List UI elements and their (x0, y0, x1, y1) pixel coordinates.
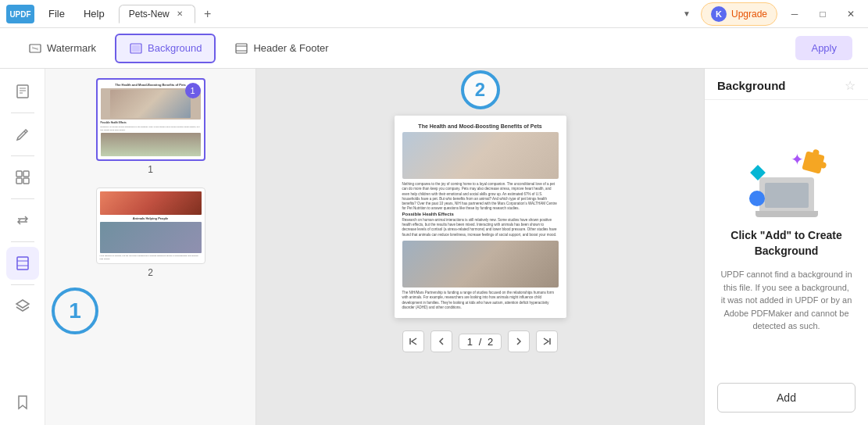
svg-rect-7 (236, 44, 247, 53)
next-page-button[interactable] (508, 330, 530, 352)
prev-page-button[interactable] (430, 330, 452, 352)
titlebar-right: ▼ K Upgrade ─ □ ✕ (679, 2, 862, 26)
last-page-button[interactable] (536, 330, 558, 352)
header-footer-label: Header & Footer (253, 42, 328, 54)
thumbnail-2[interactable]: Animals Helping People More research is … (96, 188, 205, 264)
sidebar-item-layers[interactable] (6, 290, 39, 323)
toolbar: Watermark Background Header & Footer App… (0, 28, 868, 69)
apply-button[interactable]: Apply (795, 36, 852, 60)
total-pages: 2 (488, 336, 493, 348)
thumbnail-1-label: 1 (148, 164, 153, 175)
section-1-text: Research on human-animal interactions is… (402, 218, 559, 238)
click-add-text: Click "Add" to Create Background (720, 228, 852, 259)
page-navigation: 1 / 2 (402, 324, 558, 365)
close-button[interactable]: ✕ (840, 3, 862, 25)
click-add-description: UPDF cannot find a background in this fi… (720, 268, 852, 333)
tabs-dropdown[interactable]: ▼ (679, 6, 695, 22)
right-panel: Background ☆ ✦ (704, 69, 868, 425)
background-icon (129, 41, 143, 55)
thumbnail-2-label: 2 (148, 267, 153, 278)
sidebar-item-edit[interactable] (6, 118, 39, 151)
background-button[interactable]: Background (115, 34, 216, 63)
watermark-icon (28, 41, 42, 55)
page-indicator: 1 / 2 (459, 334, 502, 350)
current-page: 1 (467, 336, 473, 348)
svg-rect-18 (23, 178, 29, 184)
thumbnail-1-wrapper: 1 The Health and Mood-Boosting Benefits … (52, 78, 249, 175)
watermark-label: Watermark (47, 42, 96, 54)
sidebar-item-bookmark[interactable] (6, 386, 39, 419)
sidebar-divider-5 (11, 284, 34, 285)
sidebar-item-organize[interactable] (6, 161, 39, 194)
file-menu[interactable]: File (41, 5, 73, 23)
right-panel-title: Background (717, 79, 786, 92)
page-image-1 (402, 132, 559, 179)
svg-line-14 (24, 131, 26, 133)
watermark-button[interactable]: Watermark (16, 35, 109, 62)
page-separator: / (479, 336, 482, 348)
favorite-icon[interactable]: ☆ (845, 78, 855, 93)
minimize-button[interactable]: ─ (784, 3, 805, 25)
document-tab[interactable]: Pets-New ✕ (119, 5, 195, 23)
sidebar-item-page-tools[interactable]: Page Tools (6, 247, 39, 280)
svg-rect-17 (16, 178, 22, 184)
user-avatar: K (711, 6, 727, 22)
document-intro: Nothing compares to the joy of coming ho… (402, 182, 559, 212)
svg-rect-19 (17, 257, 28, 270)
sidebar-divider-3 (11, 198, 34, 199)
sidebar-divider-1 (11, 112, 34, 113)
first-page-button[interactable] (402, 330, 424, 352)
tab-close-button[interactable]: ✕ (174, 9, 185, 20)
sidebar-divider-4 (11, 241, 34, 242)
titlebar: UPDF File Help Pets-New ✕ + ▼ K Upgrade … (0, 0, 868, 28)
svg-rect-16 (23, 171, 29, 177)
sidebar-bottom (6, 386, 39, 419)
sidebar: Page Tools (0, 69, 45, 425)
add-button[interactable]: Add (717, 383, 855, 412)
step-2-circle: 2 (461, 70, 500, 109)
section-1-title: Possible Health Effects (402, 212, 559, 216)
document-section2: The NIH/Mars Partnership is funding a ra… (402, 291, 559, 310)
thumbnail-2-wrapper: Animals Helping People More research is … (52, 188, 249, 278)
sidebar-item-read[interactable] (6, 75, 39, 108)
tabs-area: Pets-New ✕ + (119, 5, 673, 23)
main-area: Page Tools 1 1 The Hea (0, 69, 868, 425)
svg-rect-10 (17, 85, 28, 98)
thumbnail-1[interactable]: 1 The Health and Mood-Boosting Benefits … (96, 78, 205, 161)
sidebar-divider-2 (11, 155, 34, 156)
document-section-1: Possible Health Effects Research on huma… (402, 212, 559, 238)
menu-bar: File Help (41, 5, 113, 23)
thumbnail-1-badge: 1 (185, 83, 201, 98)
thumbnail-panel: 1 1 The Health and Mood-Boosting Benefit… (45, 69, 256, 425)
svg-marker-22 (16, 300, 29, 308)
add-tab-button[interactable]: + (198, 5, 217, 23)
document-title: The Health and Mood-Boosting Benefits of… (402, 123, 559, 129)
right-panel-header: Background ☆ (705, 69, 868, 100)
upgrade-label: Upgrade (731, 9, 767, 20)
app-logo: UPDF (6, 3, 34, 25)
header-footer-icon (234, 41, 248, 55)
page-area: 2 The Health and Mood-Boosting Benefits … (256, 69, 704, 425)
maximize-button[interactable]: □ (812, 3, 834, 25)
svg-rect-15 (16, 171, 22, 177)
illustration: ✦ (748, 150, 826, 212)
sidebar-item-convert[interactable] (6, 204, 39, 237)
header-footer-button[interactable]: Header & Footer (222, 35, 341, 62)
help-menu[interactable]: Help (76, 5, 113, 23)
svg-text:UPDF: UPDF (9, 10, 30, 19)
tab-label: Pets-New (129, 9, 170, 20)
page-image-2 (402, 241, 559, 288)
step-1-circle: 1 (52, 288, 98, 334)
upgrade-button[interactable]: K Upgrade (701, 2, 777, 26)
svg-rect-6 (132, 45, 140, 52)
right-panel-content: ✦ Click "Add" to Create Background UPDF … (705, 100, 868, 383)
document-page: The Health and Mood-Boosting Benefits of… (395, 116, 566, 318)
background-label: Background (148, 42, 202, 54)
